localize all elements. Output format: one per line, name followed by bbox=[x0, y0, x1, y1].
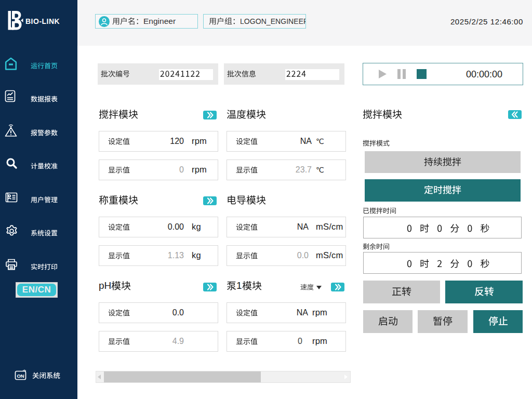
svg-text:ON: ON bbox=[17, 373, 24, 379]
